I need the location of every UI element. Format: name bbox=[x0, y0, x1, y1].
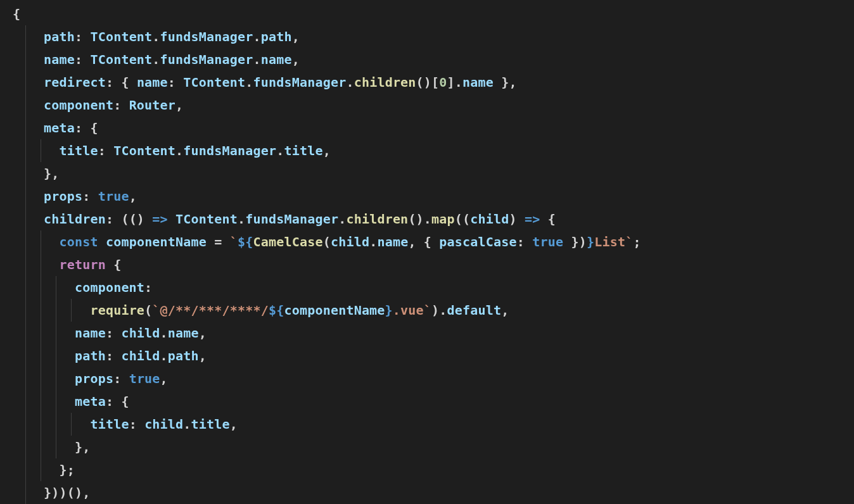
code-line[interactable]: title: child.title, bbox=[13, 417, 238, 432]
code-token: . bbox=[183, 417, 191, 432]
code-token: children bbox=[354, 75, 416, 90]
code-token: . bbox=[160, 348, 168, 363]
code-token: ( bbox=[323, 234, 331, 249]
code-line[interactable]: name: child.name, bbox=[13, 325, 207, 341]
code-token: , bbox=[160, 371, 168, 386]
code-token: TContent bbox=[175, 211, 238, 227]
code-token: . bbox=[152, 52, 160, 67]
code-line[interactable]: const componentName = `${CamelCase(child… bbox=[13, 234, 641, 249]
code-line[interactable]: { bbox=[13, 6, 20, 22]
code-token: meta bbox=[44, 120, 75, 135]
code-token bbox=[13, 143, 59, 158]
code-token: , bbox=[501, 303, 509, 318]
code-token: componentName bbox=[106, 234, 207, 249]
code-line[interactable]: component: Router, bbox=[13, 98, 183, 113]
code-token: `@/**/***/****/ bbox=[152, 303, 269, 318]
code-token bbox=[13, 52, 44, 67]
code-token: : bbox=[113, 98, 129, 113]
code-line[interactable]: path: TContent.fundsManager.path, bbox=[13, 29, 300, 44]
code-token: => bbox=[152, 211, 167, 227]
code-token: = bbox=[207, 234, 230, 249]
code-token: TContent bbox=[113, 143, 175, 158]
code-token: name bbox=[137, 75, 168, 90]
code-token: ${ bbox=[238, 234, 253, 249]
code-token: componentName bbox=[284, 303, 385, 318]
code-line[interactable]: component: bbox=[13, 280, 152, 295]
code-token: name bbox=[75, 325, 106, 341]
code-line[interactable]: props: true, bbox=[13, 371, 168, 386]
code-token bbox=[168, 211, 175, 227]
code-token: fundsManager bbox=[245, 211, 338, 227]
code-line[interactable]: }; bbox=[13, 462, 75, 477]
code-token: { bbox=[106, 257, 121, 272]
code-token: . bbox=[276, 143, 284, 158]
code-token: . bbox=[175, 143, 183, 158]
code-token: TContent bbox=[183, 75, 245, 90]
code-token: : (() bbox=[106, 211, 152, 227]
code-token bbox=[13, 303, 90, 318]
code-token: } bbox=[587, 234, 594, 249]
code-token: .vue` bbox=[393, 303, 431, 318]
code-token: . bbox=[238, 211, 245, 227]
code-token: child bbox=[470, 211, 509, 227]
code-token: : bbox=[75, 52, 90, 67]
code-token: ) bbox=[509, 211, 525, 227]
code-line[interactable]: }, bbox=[13, 166, 59, 181]
code-line[interactable]: redirect: { name: TContent.fundsManager.… bbox=[13, 75, 517, 90]
code-line[interactable]: props: true, bbox=[13, 189, 137, 204]
code-line[interactable]: meta: { bbox=[13, 394, 129, 409]
code-token: component bbox=[44, 98, 113, 113]
code-token: props bbox=[44, 189, 82, 204]
code-token: . bbox=[253, 52, 261, 67]
code-token: title bbox=[191, 417, 230, 432]
code-token: component bbox=[75, 280, 144, 295]
code-token: , { bbox=[408, 234, 439, 249]
code-token: { bbox=[13, 6, 20, 22]
code-token: : bbox=[75, 29, 90, 44]
code-line[interactable]: name: TContent.fundsManager.name, bbox=[13, 52, 300, 67]
code-token: name bbox=[261, 52, 292, 67]
code-token: ( bbox=[144, 303, 152, 318]
code-line[interactable]: require(`@/**/***/****/${componentName}.… bbox=[13, 303, 509, 318]
code-line[interactable]: title: TContent.fundsManager.title, bbox=[13, 143, 331, 158]
code-token: ). bbox=[431, 303, 447, 318]
code-token: redirect bbox=[44, 75, 106, 90]
code-token: . bbox=[160, 325, 168, 341]
code-token: (( bbox=[455, 211, 470, 227]
code-token: 0 bbox=[439, 75, 447, 90]
editor-gutter bbox=[0, 0, 4, 504]
code-token: map bbox=[431, 211, 455, 227]
code-token: . bbox=[346, 75, 354, 90]
code-token: meta bbox=[75, 394, 106, 409]
code-token: , bbox=[129, 189, 137, 204]
code-line[interactable]: }))(), bbox=[13, 485, 90, 500]
code-editor-content[interactable]: { path: TContent.fundsManager.path, name… bbox=[0, 0, 854, 504]
code-token: fundsManager bbox=[160, 29, 253, 44]
code-line[interactable]: }, bbox=[13, 439, 90, 455]
code-token bbox=[13, 394, 75, 409]
code-token: }))(), bbox=[44, 485, 90, 500]
code-token: }; bbox=[59, 462, 74, 477]
code-line[interactable]: return { bbox=[13, 257, 121, 272]
code-token: path bbox=[75, 348, 106, 363]
code-line[interactable]: path: child.path, bbox=[13, 348, 207, 363]
code-token: : bbox=[106, 348, 121, 363]
code-token bbox=[13, 348, 75, 363]
code-line[interactable]: children: (() => TContent.fundsManager.c… bbox=[13, 211, 556, 227]
code-token: fundsManager bbox=[183, 143, 276, 158]
code-token bbox=[13, 280, 75, 295]
code-token: pascalCase bbox=[439, 234, 516, 249]
code-token: : bbox=[106, 325, 121, 341]
code-token bbox=[13, 234, 59, 249]
code-token: true bbox=[98, 189, 129, 204]
code-line[interactable]: meta: { bbox=[13, 120, 98, 135]
code-token: : { bbox=[106, 394, 129, 409]
code-token: , bbox=[292, 29, 300, 44]
code-token: default bbox=[447, 303, 502, 318]
code-token: : { bbox=[106, 75, 137, 90]
code-token: name bbox=[44, 52, 75, 67]
code-token: ` bbox=[230, 234, 238, 249]
code-token: title bbox=[90, 417, 129, 432]
code-token: : bbox=[129, 417, 144, 432]
code-token bbox=[13, 257, 59, 272]
